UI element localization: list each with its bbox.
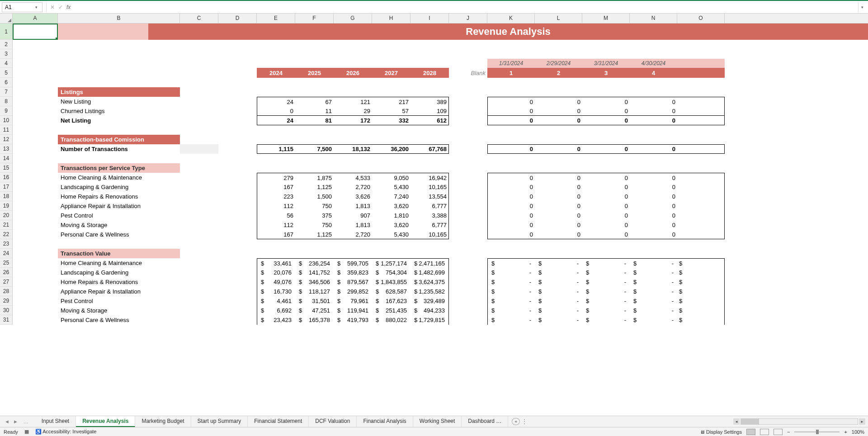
formula-input[interactable] <box>76 2 856 12</box>
accessibility-status[interactable]: ♿ Accessibility: Investigate <box>35 429 97 435</box>
tv-label-0[interactable]: Home Cleaning & Maintenance <box>58 258 180 268</box>
view-layout-icon[interactable] <box>760 429 769 435</box>
row-header-4[interactable]: 4 <box>0 59 13 68</box>
scroll-right-icon[interactable]: ► <box>859 418 865 425</box>
row-header-15[interactable]: 15 <box>0 163 13 173</box>
horizontal-scrollbar[interactable]: ◄ ► <box>733 418 865 425</box>
col-header-C[interactable]: C <box>180 14 218 23</box>
row-header-17[interactable]: 17 <box>0 182 13 192</box>
name-box[interactable]: A1 ▾ <box>2 2 42 12</box>
col-header-M[interactable]: M <box>582 14 630 23</box>
listings-header[interactable]: Listings <box>58 87 180 97</box>
row-header-31[interactable]: 31 <box>0 315 13 325</box>
sheet-tab-dcf-valuation[interactable]: DCF Valuation <box>309 416 357 427</box>
net-listing-label[interactable]: Net Listing <box>58 116 180 125</box>
row-header-21[interactable]: 21 <box>0 220 13 230</box>
row-header-9[interactable]: 9 <box>0 106 13 116</box>
period-1[interactable]: 1 <box>487 68 535 78</box>
date-2[interactable]: 2/29/2024 <box>535 59 582 68</box>
scroll-left-icon[interactable]: ◄ <box>733 418 740 425</box>
tv-label-2[interactable]: Home Repairs & Renovations <box>58 277 180 287</box>
view-normal-icon[interactable] <box>746 429 755 435</box>
svc-label-6[interactable]: Personal Care & Wellness <box>58 230 180 239</box>
scroll-thumb[interactable] <box>741 419 759 424</box>
year-2026[interactable]: 2026 <box>334 68 372 78</box>
col-header-H[interactable]: H <box>372 14 410 23</box>
col-header-B[interactable]: B <box>58 14 180 23</box>
churned-label[interactable]: Churned Listings <box>58 106 180 116</box>
col-header-E[interactable]: E <box>257 14 295 23</box>
row-header-3[interactable]: 3 <box>0 49 13 59</box>
tab-nav-buttons[interactable]: ◄ ► … <box>0 419 35 424</box>
tv-label-6[interactable]: Personal Care & Wellness <box>58 315 180 325</box>
blank-label[interactable]: Blank <box>449 68 487 78</box>
date-3[interactable]: 3/31/2024 <box>582 59 630 68</box>
display-settings[interactable]: 🖥 Display Settings <box>700 429 742 435</box>
view-break-icon[interactable] <box>774 429 783 435</box>
year-2028[interactable]: 2028 <box>410 68 449 78</box>
col-header-I[interactable]: I <box>410 14 449 23</box>
row-header-25[interactable]: 25 <box>0 258 13 268</box>
row-header-19[interactable]: 19 <box>0 201 13 211</box>
row-header-6[interactable]: 6 <box>0 78 13 87</box>
row-header-24[interactable]: 24 <box>0 249 13 258</box>
sheet-tab-marketing-budget[interactable]: Marketing Budget <box>135 416 191 427</box>
zoom-in-button[interactable]: + <box>844 429 847 435</box>
year-2025[interactable]: 2025 <box>295 68 334 78</box>
row-header-22[interactable]: 22 <box>0 230 13 239</box>
row-header-8[interactable]: 8 <box>0 97 13 106</box>
row-header-2[interactable]: 2 <box>0 40 13 49</box>
row-header-13[interactable]: 13 <box>0 144 13 154</box>
row-header-1[interactable]: 1 <box>0 24 13 40</box>
row-header-28[interactable]: 28 <box>0 287 13 296</box>
select-all-corner[interactable] <box>0 14 13 23</box>
sheet-tab-start-up-summary[interactable]: Start up Summary <box>191 416 248 427</box>
row-header-26[interactable]: 26 <box>0 268 13 277</box>
sheet-tab-financial-analysis[interactable]: Financial Analysis <box>357 416 413 427</box>
row-header-30[interactable]: 30 <box>0 306 13 315</box>
svc-label-2[interactable]: Home Repairs & Renovations <box>58 192 180 201</box>
svc-label-4[interactable]: Pest Control <box>58 211 180 220</box>
period-4[interactable]: 4 <box>630 68 677 78</box>
per-type-header[interactable]: Transactions per Service Type <box>58 163 180 173</box>
num-tx-label[interactable]: Number of Transactions <box>58 144 180 154</box>
tab-overflow-icon[interactable]: … <box>22 419 31 424</box>
fx-icon[interactable]: fx <box>66 4 71 10</box>
row-header-20[interactable]: 20 <box>0 211 13 220</box>
svc-label-1[interactable]: Landscaping & Gardening <box>58 182 180 192</box>
add-sheet-button[interactable]: + <box>512 418 520 425</box>
year-2027[interactable]: 2027 <box>372 68 410 78</box>
svc-label-3[interactable]: Appliance Repair & Installation <box>58 201 180 211</box>
name-box-dropdown-icon[interactable]: ▾ <box>33 5 39 9</box>
zoom-slider[interactable] <box>794 431 840 432</box>
period-3[interactable]: 3 <box>582 68 630 78</box>
row-header-23[interactable]: 23 <box>0 239 13 249</box>
cell-A1[interactable] <box>13 24 58 40</box>
col-header-J[interactable]: J <box>449 14 487 23</box>
row-header-29[interactable]: 29 <box>0 296 13 306</box>
year-2024[interactable]: 2024 <box>257 68 295 78</box>
tx-value-header[interactable]: Transaction Value <box>58 249 180 258</box>
tab-next-icon[interactable]: ► <box>13 419 18 424</box>
col-header-K[interactable]: K <box>487 14 535 23</box>
spreadsheet-grid[interactable]: 1 Revenue Analysis 2 3 4 1/31/2024 2/29/… <box>0 24 868 325</box>
new-listing-label[interactable]: New Listing <box>58 97 180 106</box>
cell-B1-left[interactable] <box>58 24 148 40</box>
col-header-O[interactable]: O <box>677 14 725 23</box>
zoom-level[interactable]: 100% <box>852 429 864 435</box>
formula-expand-icon[interactable]: ▾ <box>858 2 866 12</box>
tab-prev-icon[interactable]: ◄ <box>5 419 9 424</box>
svc-label-0[interactable]: Home Cleaning & Maintenance <box>58 173 180 182</box>
col-header-A[interactable]: A <box>13 14 58 23</box>
tv-label-1[interactable]: Landscaping & Gardening <box>58 268 180 277</box>
sheet-tab-input-sheet[interactable]: Input Sheet <box>35 416 76 427</box>
date-4[interactable]: 4/30/2024 <box>630 59 677 68</box>
row-header-14[interactable]: 14 <box>0 154 13 163</box>
tv-label-4[interactable]: Pest Control <box>58 296 180 306</box>
sheet-tab-revenue-analysis[interactable]: Revenue Analysis <box>76 416 135 427</box>
zoom-out-button[interactable]: − <box>787 429 790 435</box>
tv-label-3[interactable]: Appliance Repair & Installation <box>58 287 180 296</box>
tx-commission-header[interactable]: Transaction-based Comission <box>58 135 180 144</box>
row-header-16[interactable]: 16 <box>0 173 13 182</box>
sheet-tab-working-sheet[interactable]: Working Sheet <box>413 416 462 427</box>
